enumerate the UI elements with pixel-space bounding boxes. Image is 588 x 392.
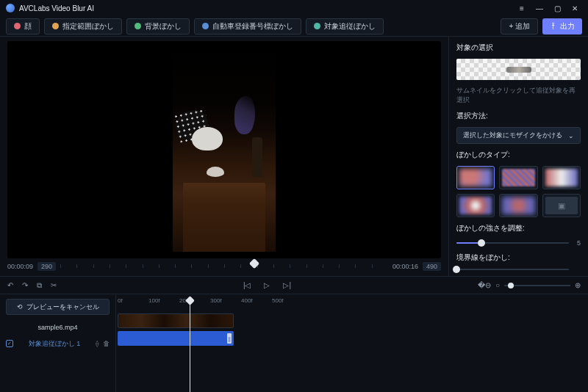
- blur-type-5[interactable]: [499, 194, 537, 217]
- slider-thumb-icon[interactable]: [478, 239, 485, 247]
- cancel-preview-button[interactable]: ⟲ プレビューをキャンセル: [6, 299, 110, 315]
- track-visible-checkbox[interactable]: ✓: [6, 340, 13, 347]
- video-track-label: sample6.mp4: [0, 319, 115, 335]
- thumbnail-hint: サムネイルをクリックして追従対象を再選択: [456, 86, 581, 105]
- menu-icon[interactable]: ≡: [514, 1, 529, 15]
- method-label: 選択方法:: [456, 111, 581, 121]
- mode-fixed-label: 指定範囲ぼかし: [62, 21, 114, 32]
- mode-background-button[interactable]: 背景ぼかし: [126, 18, 190, 35]
- current-frame: 290: [37, 262, 56, 271]
- split-button[interactable]: ⧉: [37, 281, 42, 290]
- prev-frame-button[interactable]: |◁: [243, 281, 251, 289]
- chevron-down-icon: ⌄: [568, 132, 574, 139]
- strength-label: ぼかしの強さを調整:: [456, 223, 581, 233]
- reload-icon: ⟲: [17, 303, 23, 311]
- target-thumbnail[interactable]: [456, 59, 581, 80]
- cancel-preview-label: プレビューをキャンセル: [26, 302, 99, 312]
- edge-label: 境界線をぼかし:: [456, 253, 581, 263]
- add-button[interactable]: + 追加: [501, 18, 538, 35]
- blur-type-2[interactable]: [499, 166, 537, 189]
- export-label: 出力: [560, 21, 575, 32]
- delete-icon[interactable]: 🗑: [103, 340, 110, 347]
- image-icon: ▣: [545, 197, 578, 214]
- method-value: 選択した対象にモザイクをかける: [463, 131, 562, 140]
- close-button[interactable]: ✕: [567, 1, 582, 15]
- method-select[interactable]: 選択した対象にモザイクをかける ⌄: [456, 127, 581, 144]
- target-object: [506, 67, 531, 73]
- mode-background-label: 背景ぼかし: [145, 21, 182, 32]
- mode-plate-label: 自動車登録番号標ぼかし: [212, 21, 293, 32]
- blur-type-custom[interactable]: ▣: [542, 194, 581, 217]
- total-time: 00:00:16: [392, 263, 418, 270]
- current-time: 00:00:09: [7, 263, 33, 270]
- play-button[interactable]: ▷: [264, 281, 270, 289]
- app-logo: [6, 4, 15, 12]
- mode-track-button[interactable]: 対象追従ぼかし: [306, 18, 384, 35]
- blur-type-1[interactable]: [456, 166, 495, 189]
- blur-type-3[interactable]: [542, 166, 581, 189]
- mode-plate-button[interactable]: 自動車登録番号標ぼかし: [194, 18, 301, 35]
- mode-fixed-button[interactable]: 指定範囲ぼかし: [44, 18, 122, 35]
- eye-off-icon[interactable]: ⟠: [96, 340, 98, 347]
- undo-button[interactable]: ↶: [7, 281, 13, 289]
- export-button[interactable]: ⭱出力: [542, 18, 582, 35]
- video-clip[interactable]: [118, 313, 234, 328]
- cut-button[interactable]: ✂: [51, 281, 57, 289]
- blur-type-4[interactable]: [456, 194, 495, 217]
- next-frame-button[interactable]: ▷|: [283, 281, 291, 289]
- slider-thumb-icon[interactable]: [453, 266, 460, 273]
- select-target-title: 対象の選択: [456, 43, 581, 53]
- edge-slider[interactable]: [456, 269, 569, 270]
- total-frame: 490: [423, 262, 441, 271]
- add-label: + 追加: [509, 21, 530, 32]
- app-title: AVCLabs Video Blur AI: [19, 4, 94, 12]
- blur-clip[interactable]: ||: [118, 331, 234, 346]
- maximize-button[interactable]: ▢: [550, 1, 564, 15]
- zoom-out-button[interactable]: �⊖: [478, 281, 491, 289]
- export-icon: ⭱: [550, 22, 557, 30]
- timeline-playhead[interactable]: [190, 297, 190, 392]
- seek-bar[interactable]: [60, 261, 388, 272]
- video-preview[interactable]: [7, 41, 441, 258]
- mode-track-label: 対象追従ぼかし: [324, 21, 376, 32]
- minimize-button[interactable]: —: [532, 1, 547, 15]
- zoom-fit-button[interactable]: ○: [495, 281, 500, 289]
- redo-button[interactable]: ↷: [22, 281, 28, 289]
- strength-slider[interactable]: [456, 242, 569, 244]
- strength-value: 5: [573, 239, 581, 247]
- video-frame: [173, 48, 276, 252]
- blur-type-label: ぼかしのタイプ:: [456, 150, 581, 160]
- mode-face-label: 顔: [24, 21, 32, 32]
- mode-face-button[interactable]: 顔: [6, 18, 40, 35]
- zoom-thumb-icon[interactable]: [508, 283, 514, 288]
- clip-handle-icon[interactable]: ||: [227, 333, 232, 344]
- zoom-in-button[interactable]: ⊕: [575, 281, 581, 289]
- zoom-slider[interactable]: [504, 285, 570, 286]
- blur-track-label[interactable]: 対象追従ぼかし 1: [29, 339, 81, 349]
